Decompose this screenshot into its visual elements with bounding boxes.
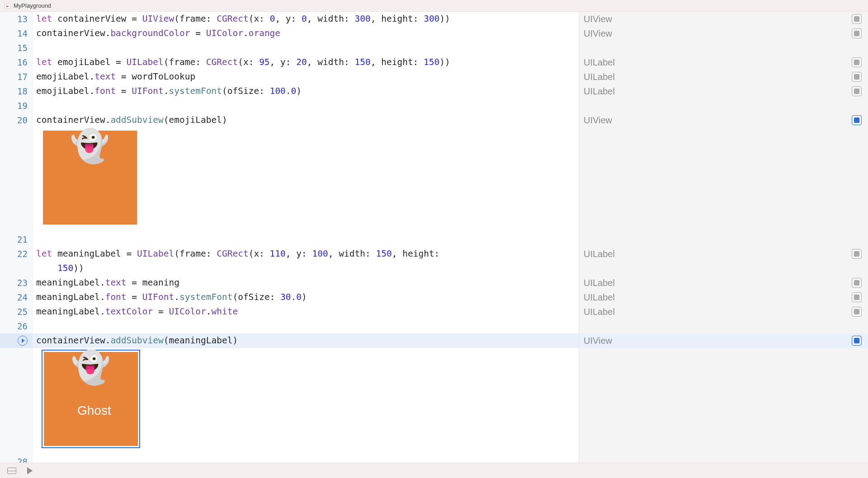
result-sidebar: UIView	[579, 333, 868, 348]
code-content[interactable]: meaningLabel.textColor = UIColor.white	[33, 305, 579, 319]
code-content[interactable]: containerView.backgroundColor = UIColor.…	[33, 26, 579, 41]
line-number-gutter: 19	[0, 98, 33, 113]
code-line[interactable]: containerView.addSubview(meaningLabel)UI…	[0, 333, 868, 348]
code-line[interactable]: 24meaningLabel.font = UIFont.systemFont(…	[0, 290, 868, 305]
result-sidebar	[579, 232, 868, 247]
code-content[interactable]: containerView.addSubview(meaningLabel)	[33, 333, 579, 348]
debug-bar	[0, 463, 868, 478]
run-playground-icon[interactable]	[27, 467, 33, 474]
quicklook-button[interactable]	[852, 86, 862, 96]
line-number-gutter: 14	[0, 26, 33, 41]
result-type-label: UILabel	[584, 84, 615, 98]
line-number-gutter: 21	[0, 232, 33, 247]
code-content[interactable]: emojiLabel.text = wordToLookup	[33, 70, 579, 84]
result-sidebar	[579, 319, 868, 333]
quicklook-button[interactable]	[852, 278, 862, 288]
line-number-gutter	[0, 333, 33, 348]
quicklook-button[interactable]	[852, 72, 862, 82]
line-number-gutter: 13	[0, 12, 33, 26]
line-number-gutter: 18	[0, 84, 33, 98]
quicklook-button[interactable]	[852, 57, 862, 67]
code-line[interactable]: 15	[0, 41, 868, 55]
code-content[interactable]: let emojiLabel = UILabel(frame: CGRect(x…	[33, 55, 579, 70]
code-content[interactable]	[33, 232, 579, 247]
result-type-label: UIView	[584, 113, 612, 127]
code-line[interactable]: 28	[0, 455, 868, 463]
result-type-label: UIView	[584, 12, 612, 26]
result-type-label: UILabel	[584, 247, 615, 261]
quicklook-button[interactable]	[852, 249, 862, 259]
ghost-emoji-icon: 👻	[71, 360, 110, 375]
result-sidebar: UIView	[579, 12, 868, 26]
line-number-gutter: 20	[0, 113, 33, 127]
result-sidebar: UILabel	[579, 55, 868, 70]
code-line[interactable]: 20containerView.addSubview(emojiLabel)UI…	[0, 113, 868, 127]
code-line[interactable]: 16let emojiLabel = UILabel(frame: CGRect…	[0, 55, 868, 70]
line-number-gutter: 28	[0, 455, 33, 463]
code-line[interactable]: 18emojiLabel.font = UIFont.systemFont(of…	[0, 84, 868, 98]
code-line[interactable]: 21	[0, 232, 868, 247]
run-line-icon[interactable]	[18, 336, 28, 346]
line-number-gutter: 16	[0, 55, 33, 70]
result-sidebar: UILabel	[579, 84, 868, 98]
code-line[interactable]: 22let meaningLabel = UILabel(frame: CGRe…	[0, 247, 868, 276]
window-title: MyPlayground	[14, 2, 51, 9]
code-content[interactable]	[33, 319, 579, 333]
code-content[interactable]: emojiLabel.font = UIFont.systemFont(ofSi…	[33, 84, 579, 98]
svg-rect-0	[5, 3, 10, 8]
code-line[interactable]: 23meaningLabel.text = meaningUILabel	[0, 276, 868, 290]
line-number-gutter: 24	[0, 290, 33, 305]
result-type-label: UILabel	[584, 290, 615, 305]
result-type-label: UILabel	[584, 70, 615, 84]
line-number-gutter: 15	[0, 41, 33, 55]
code-content[interactable]	[33, 98, 579, 113]
inline-result-preview[interactable]: 👻	[36, 127, 579, 232]
result-sidebar: UILabel	[579, 70, 868, 84]
line-number-gutter: 26	[0, 319, 33, 333]
code-content[interactable]: meaningLabel.font = UIFont.systemFont(of…	[33, 290, 579, 305]
result-sidebar: UILabel	[579, 276, 868, 290]
code-content[interactable]: let containerView = UIView(frame: CGRect…	[33, 12, 579, 26]
quicklook-button[interactable]	[852, 28, 862, 38]
result-type-label: UIView	[584, 26, 612, 41]
code-line[interactable]: 13let containerView = UIView(frame: CGRe…	[0, 12, 868, 26]
result-type-label: UILabel	[584, 305, 615, 319]
result-sidebar: UIView	[579, 113, 868, 127]
code-content[interactable]: meaningLabel.text = meaning	[33, 276, 579, 290]
quicklook-button[interactable]	[852, 14, 862, 24]
inline-result-preview[interactable]: 👻Ghost	[36, 348, 579, 455]
window-titlebar: MyPlayground	[0, 0, 868, 12]
result-sidebar	[579, 455, 868, 463]
result-type-label: UILabel	[584, 276, 615, 290]
code-line[interactable]: 26	[0, 319, 868, 333]
quicklook-button[interactable]	[852, 292, 862, 302]
quicklook-button[interactable]	[852, 115, 862, 125]
result-sidebar	[579, 41, 868, 55]
code-editor[interactable]: 13let containerView = UIView(frame: CGRe…	[0, 12, 868, 463]
line-number-gutter: 25	[0, 305, 33, 319]
result-sidebar: UILabel	[579, 247, 868, 276]
result-sidebar: UIView	[579, 26, 868, 41]
code-content[interactable]: containerView.addSubview(emojiLabel)	[33, 113, 579, 127]
result-type-label: UILabel	[584, 55, 615, 70]
quicklook-button[interactable]	[852, 307, 862, 317]
ghost-emoji-icon: 👻	[70, 139, 109, 153]
result-type-label: UIView	[584, 333, 612, 348]
result-sidebar: UILabel	[579, 305, 868, 319]
code-content[interactable]	[33, 455, 579, 463]
quicklook-button[interactable]	[852, 336, 862, 346]
code-line[interactable]: 25meaningLabel.textColor = UIColor.white…	[0, 305, 868, 319]
code-line[interactable]: 14containerView.backgroundColor = UIColo…	[0, 26, 868, 41]
code-content[interactable]	[33, 41, 579, 55]
line-number-gutter: 22	[0, 247, 33, 276]
code-line[interactable]: 17emojiLabel.text = wordToLookupUILabel	[0, 70, 868, 84]
result-sidebar: UILabel	[579, 290, 868, 305]
toggle-debug-panel-icon[interactable]	[7, 468, 16, 474]
line-number-gutter: 23	[0, 276, 33, 290]
code-line[interactable]: 19	[0, 98, 868, 113]
swift-file-icon	[5, 3, 11, 9]
result-sidebar	[579, 98, 868, 113]
line-number-gutter: 17	[0, 70, 33, 84]
preview-label: Ghost	[77, 403, 111, 418]
code-content[interactable]: let meaningLabel = UILabel(frame: CGRect…	[33, 247, 579, 276]
